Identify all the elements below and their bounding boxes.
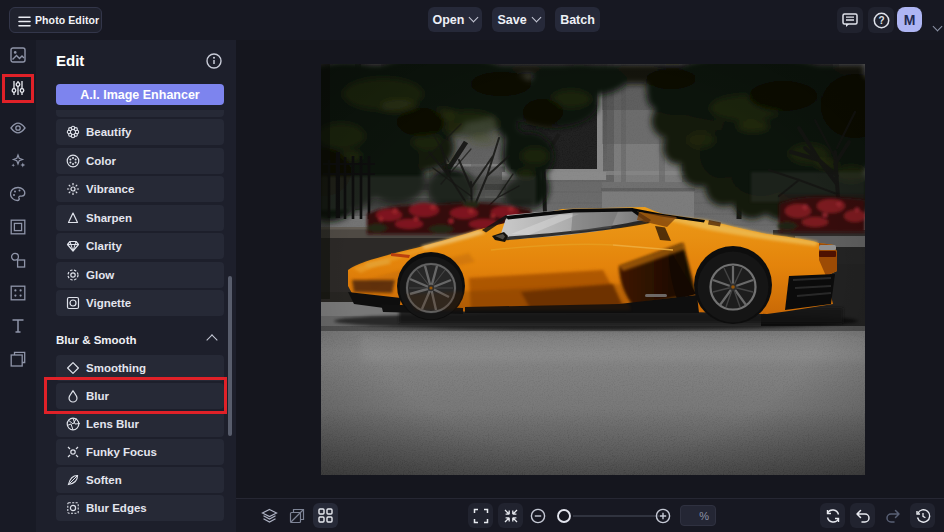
- svg-text:?: ?: [878, 15, 884, 26]
